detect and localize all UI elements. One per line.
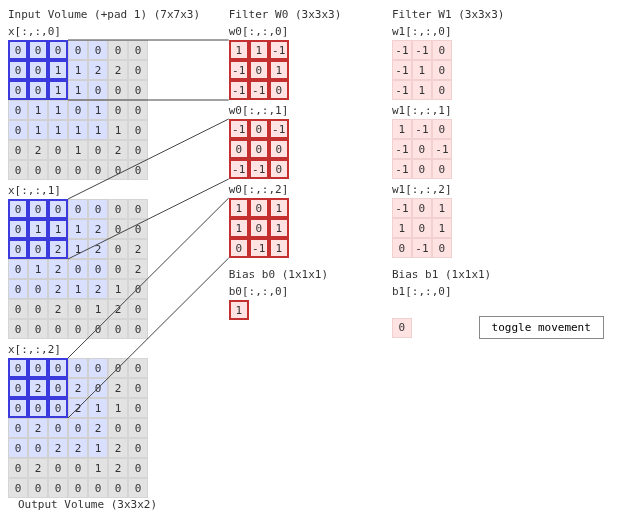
filter0-cell: -1 — [249, 159, 269, 179]
filter1-cell: -1 — [392, 40, 412, 60]
input-cell: 0 — [128, 438, 148, 458]
filter0-slice-label: w0[:,:,0] — [229, 25, 342, 38]
input-cell: 0 — [88, 259, 108, 279]
input-cell: 1 — [108, 120, 128, 140]
input-slice-label: x[:,:,0] — [8, 25, 200, 38]
input-cell: 1 — [68, 80, 88, 100]
input-cell: 0 — [48, 458, 68, 478]
bias1-title: Bias b1 (1x1x1) — [392, 268, 604, 281]
input-cell: 0 — [48, 358, 68, 378]
input-cell: 0 — [88, 319, 108, 339]
input-cell: 0 — [108, 80, 128, 100]
input-cell: 0 — [48, 160, 68, 180]
input-slice-label: x[:,:,1] — [8, 184, 200, 197]
input-cell: 0 — [8, 160, 28, 180]
input-cell: 0 — [28, 279, 48, 299]
filter1-cell: 0 — [392, 238, 412, 258]
filter0-cell: 0 — [249, 139, 269, 159]
filter0-cell: -1 — [229, 60, 249, 80]
output-volume: Output Volume (3x3x2) o[:,:,0]10-3-6114-… — [18, 498, 157, 513]
input-cell: 0 — [8, 239, 28, 259]
input-cell: 2 — [28, 418, 48, 438]
input-cell: 0 — [48, 199, 68, 219]
input-cell: 1 — [68, 239, 88, 259]
input-cell: 0 — [108, 239, 128, 259]
input-cell: 0 — [8, 120, 28, 140]
filter1-cell: -1 — [432, 139, 452, 159]
filter0-cell: 0 — [269, 159, 289, 179]
input-cell: 1 — [108, 279, 128, 299]
input-cell: 0 — [28, 80, 48, 100]
input-cell: 0 — [108, 100, 128, 120]
filter0-cell: 0 — [229, 238, 249, 258]
input-cell: 1 — [88, 100, 108, 120]
filter0-cell: -1 — [269, 119, 289, 139]
filter1-cell: -1 — [392, 198, 412, 218]
input-cell: 1 — [28, 259, 48, 279]
filter0-cell: -1 — [229, 80, 249, 100]
input-cell: 0 — [68, 199, 88, 219]
input-cell: 2 — [88, 418, 108, 438]
input-cell: 0 — [28, 438, 48, 458]
filter0-cell: 1 — [249, 40, 269, 60]
filter1-cell: 0 — [432, 238, 452, 258]
input-cell: 2 — [108, 458, 128, 478]
input-cell: 0 — [128, 418, 148, 438]
filter1-cell: 0 — [432, 119, 452, 139]
filter1-cell: -1 — [412, 238, 432, 258]
input-slice-label: x[:,:,2] — [8, 343, 200, 356]
input-cell: 0 — [108, 418, 128, 438]
filter1-cell: 0 — [412, 218, 432, 238]
filter1-cell: -1 — [412, 119, 432, 139]
input-volume: Input Volume (+pad 1) (7x7x3) x[:,:,0]00… — [8, 8, 200, 498]
filter0-slice-label: w0[:,:,1] — [229, 104, 342, 117]
input-cell: 0 — [128, 60, 148, 80]
input-cell: 0 — [88, 478, 108, 498]
input-cell: 0 — [128, 40, 148, 60]
bias0-value: 1 — [229, 300, 249, 320]
input-cell: 1 — [88, 438, 108, 458]
filter1-cell: 0 — [432, 80, 452, 100]
input-cell: 0 — [88, 40, 108, 60]
input-cell: 0 — [68, 319, 88, 339]
input-cell: 2 — [68, 378, 88, 398]
input-cell: 1 — [28, 100, 48, 120]
input-cell: 0 — [88, 358, 108, 378]
input-cell: 0 — [108, 199, 128, 219]
input-cell: 0 — [28, 358, 48, 378]
input-cell: 0 — [28, 40, 48, 60]
input-cell: 1 — [28, 219, 48, 239]
filter0-cell: 0 — [229, 139, 249, 159]
filter0-cell: -1 — [229, 119, 249, 139]
input-cell: 0 — [48, 140, 68, 160]
filter0-cell: 0 — [269, 80, 289, 100]
filter1-cell: 0 — [412, 198, 432, 218]
filter-w0: Filter W0 (3x3x3) w0[:,:,0]11-1-101-1-10… — [229, 8, 342, 320]
input-cell: 2 — [48, 438, 68, 458]
input-cell: 2 — [28, 458, 48, 478]
input-cell: 0 — [128, 219, 148, 239]
input-cell: 0 — [128, 458, 148, 478]
input-cell: 2 — [88, 279, 108, 299]
filter0-cell: 1 — [269, 60, 289, 80]
filter1-slice-label: w1[:,:,2] — [392, 183, 604, 196]
filter0-cell: 1 — [269, 238, 289, 258]
input-cell: 0 — [88, 199, 108, 219]
input-cell: 0 — [8, 398, 28, 418]
input-cell: 0 — [8, 378, 28, 398]
filter1-cell: 1 — [432, 198, 452, 218]
toggle-movement-button[interactable]: toggle movement — [479, 316, 604, 339]
filter1-cell: -1 — [392, 80, 412, 100]
input-cell: 0 — [28, 239, 48, 259]
input-cell: 2 — [88, 60, 108, 80]
input-cell: 0 — [28, 299, 48, 319]
filter0-cell: 1 — [229, 218, 249, 238]
filter1-cell: -1 — [412, 40, 432, 60]
input-cell: 0 — [28, 60, 48, 80]
input-cell: 0 — [88, 80, 108, 100]
input-cell: 0 — [68, 478, 88, 498]
input-cell: 0 — [108, 478, 128, 498]
output-title: Output Volume (3x3x2) — [18, 498, 157, 511]
input-cell: 1 — [48, 80, 68, 100]
filter0-cell: 0 — [249, 198, 269, 218]
